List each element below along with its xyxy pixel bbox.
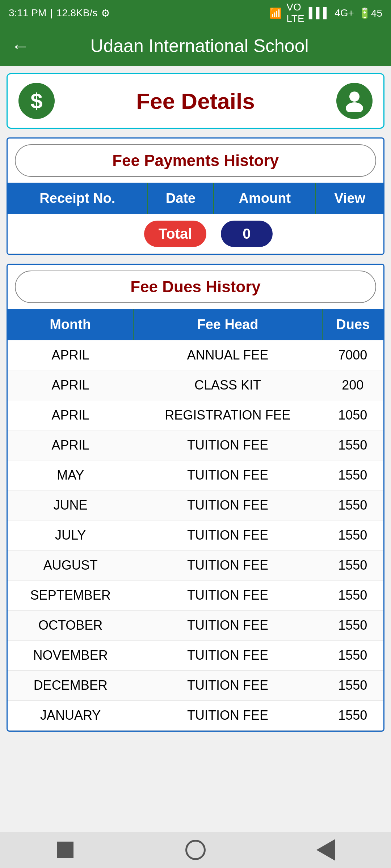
dollar-icon: $ <box>18 83 55 119</box>
nav-home-button[interactable] <box>183 837 208 863</box>
dues-table-row: APRILANNUAL FEE7000 <box>8 340 383 370</box>
fee-payments-header[interactable]: Fee Payments History <box>15 144 376 177</box>
fee-dues-header-row: Month Fee Head Dues <box>8 309 383 340</box>
dues-fee-head: TUITION FEE <box>133 641 322 671</box>
dues-table-row: SEPTEMBERTUITION FEE1550 <box>8 580 383 610</box>
fee-dues-section: Fee Dues History Month Fee Head Dues APR… <box>7 264 384 732</box>
dues-month: APRIL <box>8 430 133 460</box>
dues-month: JUNE <box>8 490 133 520</box>
total-value: 0 <box>221 221 272 247</box>
app-title: Udaan International School <box>41 35 358 56</box>
total-row: Total 0 <box>8 214 383 254</box>
square-icon <box>57 842 73 858</box>
dues-table-row: DECEMBERTUITION FEE1550 <box>8 671 383 701</box>
dues-amount: 1550 <box>322 460 383 490</box>
dues-month: AUGUST <box>8 550 133 580</box>
person-icon <box>336 83 373 119</box>
back-button[interactable]: ← <box>11 35 30 57</box>
dues-table-row: OCTOBERTUITION FEE1550 <box>8 610 383 641</box>
nav-back-button[interactable] <box>313 837 339 863</box>
signal-icon: VOLTE <box>286 1 304 25</box>
dues-fee-head: REGISTRATION FEE <box>133 400 322 430</box>
time-display: 3:11 PM <box>9 7 46 19</box>
fee-payments-header-row: Receipt No. Date Amount View <box>8 183 383 214</box>
svg-point-1 <box>346 102 363 112</box>
separator: | <box>50 7 52 19</box>
col-view: View <box>316 183 383 214</box>
triangle-icon <box>316 839 335 861</box>
nav-square-button[interactable] <box>52 837 78 863</box>
dues-table-row: AUGUSTTUITION FEE1550 <box>8 550 383 580</box>
circle-icon <box>185 840 206 860</box>
dues-fee-head: TUITION FEE <box>133 610 322 641</box>
dues-table-row: MAYTUITION FEE1550 <box>8 460 383 490</box>
4g-icon: 4G+ <box>335 7 354 19</box>
gear-icon[interactable]: ⚙ <box>101 7 110 19</box>
fee-details-title: Fee Details <box>55 88 336 114</box>
dues-month: JULY <box>8 520 133 550</box>
dues-amount: 1550 <box>322 671 383 701</box>
dues-table-row: APRILTUITION FEE1550 <box>8 430 383 460</box>
col-amount: Amount <box>214 183 316 214</box>
dues-table-row: APRILCLASS KIT200 <box>8 370 383 400</box>
dues-fee-head: TUITION FEE <box>133 701 322 731</box>
fee-details-card: $ Fee Details <box>7 73 384 129</box>
dues-fee-head: TUITION FEE <box>133 520 322 550</box>
signal-icons: 📶 VOLTE ▌▌▌ 4G+ 🔋45 <box>269 1 382 25</box>
col-dues: Dues <box>322 309 383 340</box>
dues-table-row: JUNETUITION FEE1550 <box>8 490 383 520</box>
dues-fee-head: TUITION FEE <box>133 490 322 520</box>
dues-fee-head: TUITION FEE <box>133 550 322 580</box>
dues-month: OCTOBER <box>8 610 133 641</box>
dues-month: APRIL <box>8 370 133 400</box>
dues-month: APRIL <box>8 340 133 370</box>
wifi-icon: 📶 <box>269 7 282 19</box>
dues-month: DECEMBER <box>8 671 133 701</box>
app-bar: ← Udaan International School <box>0 26 391 66</box>
dues-amount: 1550 <box>322 520 383 550</box>
nav-bar <box>0 832 391 868</box>
dues-amount: 1550 <box>322 490 383 520</box>
dues-fee-head: TUITION FEE <box>133 580 322 610</box>
dues-fee-head: TUITION FEE <box>133 671 322 701</box>
dues-month: JANUARY <box>8 701 133 731</box>
total-label: Total <box>144 221 207 247</box>
col-month: Month <box>8 309 133 340</box>
dues-table-row: JANUARYTUITION FEE1550 <box>8 701 383 731</box>
dues-amount: 7000 <box>322 340 383 370</box>
dues-table-row: APRILREGISTRATION FEE1050 <box>8 400 383 430</box>
dues-amount: 200 <box>322 370 383 400</box>
dues-amount: 1550 <box>322 580 383 610</box>
dues-month: APRIL <box>8 400 133 430</box>
col-date: Date <box>148 183 214 214</box>
dues-month: NOVEMBER <box>8 641 133 671</box>
dues-month: SEPTEMBER <box>8 580 133 610</box>
dues-fee-head: ANNUAL FEE <box>133 340 322 370</box>
dues-amount: 1550 <box>322 641 383 671</box>
dues-amount: 1050 <box>322 400 383 430</box>
dues-amount: 1550 <box>322 610 383 641</box>
battery-icon: 🔋45 <box>358 7 382 19</box>
dues-amount: 1550 <box>322 701 383 731</box>
fee-dues-table: Month Fee Head Dues APRILANNUAL FEE7000A… <box>8 309 383 731</box>
col-receipt: Receipt No. <box>8 183 148 214</box>
col-fee-head: Fee Head <box>133 309 322 340</box>
status-bar: 3:11 PM | 12.8KB/s ⚙ 📶 VOLTE ▌▌▌ 4G+ 🔋45 <box>0 0 391 26</box>
dues-month: MAY <box>8 460 133 490</box>
dues-fee-head: CLASS KIT <box>133 370 322 400</box>
dues-fee-head: TUITION FEE <box>133 430 322 460</box>
main-content: $ Fee Details Fee Payments History Recei… <box>0 66 391 748</box>
svg-point-0 <box>349 92 360 102</box>
fee-dues-header[interactable]: Fee Dues History <box>15 271 376 303</box>
dues-amount: 1550 <box>322 550 383 580</box>
dues-table-body: APRILANNUAL FEE7000APRILCLASS KIT200APRI… <box>8 340 383 731</box>
dues-table-row: NOVEMBERTUITION FEE1550 <box>8 641 383 671</box>
dues-amount: 1550 <box>322 430 383 460</box>
dues-table-row: JULYTUITION FEE1550 <box>8 520 383 550</box>
fee-payments-section: Fee Payments History Receipt No. Date Am… <box>7 137 384 255</box>
data-speed: 12.8KB/s <box>56 7 98 19</box>
signal-bars: ▌▌▌ <box>309 7 331 19</box>
dues-fee-head: TUITION FEE <box>133 460 322 490</box>
fee-payments-table: Receipt No. Date Amount View Total 0 <box>8 183 383 254</box>
